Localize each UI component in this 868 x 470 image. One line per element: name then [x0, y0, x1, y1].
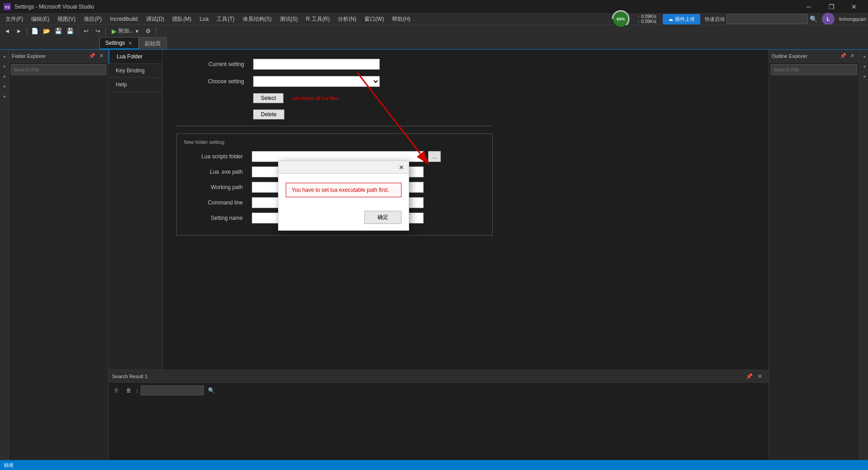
outline-pin-button[interactable]: 📌: [839, 52, 847, 60]
bottom-search-btn[interactable]: 🔍: [207, 385, 217, 395]
toolbar-sep-4: [156, 27, 156, 35]
choose-setting-label: Choose setting: [176, 78, 249, 85]
play-icon: ▶: [112, 28, 117, 35]
current-setting-input[interactable]: [253, 59, 380, 70]
toolbar-redo-btn[interactable]: ↪: [92, 26, 103, 36]
run-dropdown-icon: ▾: [136, 28, 138, 34]
outline-explorer-panel: Outline Explorer 📌 ✕: [769, 50, 859, 460]
menu-tools[interactable]: 工具(T): [213, 14, 238, 24]
choose-setting-select[interactable]: [253, 76, 380, 87]
status-bar: 就绪: [0, 460, 868, 470]
tab-settings-close[interactable]: ✕: [127, 40, 133, 46]
select-note: will reload all lua files: [292, 95, 338, 101]
menu-rtools[interactable]: R 工具(R): [302, 14, 334, 24]
right-vert-tab-1[interactable]: ◂: [859, 52, 868, 61]
bottom-panel-controls: 📌 ✕: [744, 371, 765, 381]
toolbar-sep-1: [27, 27, 27, 35]
nav-key-binding[interactable]: Key Binding: [108, 64, 162, 78]
modal-title-bar: ✕: [278, 161, 409, 174]
toolbar-undo-btn[interactable]: ↩: [80, 26, 91, 36]
window-title: Settings - Microsoft Visual Studio: [14, 4, 94, 10]
menu-file[interactable]: 文件(F): [2, 14, 27, 24]
right-vert-tab-2[interactable]: ◂: [859, 62, 868, 71]
main-content-wrapper: ▸ ▸ ▸ ▸ ▸ Folder Explorer 📌 ✕: [0, 50, 868, 460]
menu-project[interactable]: 项目(P): [80, 14, 105, 24]
vert-tab-4[interactable]: ▸: [0, 81, 9, 90]
quick-launch-input[interactable]: [726, 14, 808, 24]
menu-test[interactable]: 测试(S): [276, 14, 302, 24]
toolbar-new-btn[interactable]: 📄: [29, 26, 40, 36]
toolbar: ◄ ► 📄 📂 💾 💾 ↩ ↪ ▶ 附加... ▾ ⚙: [0, 24, 868, 37]
vert-tab-5[interactable]: ▸: [0, 91, 9, 100]
speed-up-row: ↑ 0.09K/s: [637, 14, 656, 19]
current-setting-row: Current setting: [176, 59, 493, 70]
menu-debug[interactable]: 调试(D): [142, 14, 168, 24]
working-path-label: Working path: [184, 184, 247, 190]
tab-settings[interactable]: Settings ✕: [99, 37, 139, 49]
menu-edit[interactable]: 编辑(E): [28, 14, 53, 24]
speed-widget: ↑ 0.09K/s ↓ 0.09K/s: [636, 13, 658, 25]
search-result-title: Search Result 1: [112, 374, 147, 379]
delete-button[interactable]: Delete: [253, 109, 284, 119]
nav-help[interactable]: Help: [108, 78, 162, 92]
folder-search-input[interactable]: [11, 64, 106, 75]
tab-start-page[interactable]: 起始页: [139, 37, 167, 49]
settings-content: Current setting Choose setting Select: [163, 50, 769, 370]
speed-up-value: 0.09K/s: [641, 14, 656, 19]
upload-icon: ☁: [668, 16, 673, 22]
outline-close-button[interactable]: ✕: [848, 52, 856, 60]
menu-help[interactable]: 帮助(H): [388, 14, 414, 24]
menu-analyze[interactable]: 分析(N): [334, 14, 360, 24]
toolbar-forward-btn[interactable]: ►: [14, 26, 24, 36]
speed-down-row: ↓ 0.09K/s: [637, 19, 656, 24]
bottom-separator: |: [137, 388, 138, 393]
toolbar-back-btn[interactable]: ◄: [2, 26, 13, 36]
bottom-tab-bar: Search Result 1 📌 ✕: [108, 370, 769, 383]
left-vertical-tabs: ▸ ▸ ▸ ▸ ▸: [0, 50, 9, 460]
upload-button[interactable]: ☁ 插件上传: [663, 14, 700, 24]
menu-bar: 文件(F) 编辑(E) 视图(V) 项目(P) Incredibuild 调试(…: [0, 14, 868, 24]
menu-window[interactable]: 窗口(W): [361, 14, 387, 24]
outline-explorer-title: Outline Explorer: [772, 53, 807, 59]
browse-button[interactable]: ...: [428, 151, 441, 162]
menu-view[interactable]: 视图(V): [54, 14, 79, 24]
close-panel-button[interactable]: ✕: [97, 52, 105, 60]
toolbar-save-btn[interactable]: 💾: [53, 26, 64, 36]
menu-arch[interactable]: 体系结构(S): [239, 14, 275, 24]
svg-text:VS: VS: [5, 5, 10, 9]
lua-scripts-label: Lua scripts folder: [184, 153, 247, 160]
modal-close-button[interactable]: ✕: [397, 163, 406, 172]
bottom-clear-btn[interactable]: 🗑: [124, 385, 134, 395]
document-tab-bar: Settings ✕ 起始页: [0, 37, 868, 50]
select-button[interactable]: Select: [253, 93, 283, 103]
toolbar-save-all-btn[interactable]: 💾: [65, 26, 75, 36]
nav-lua-folder[interactable]: Lua Folder: [108, 50, 162, 64]
vert-tab-3[interactable]: ▸: [0, 71, 9, 81]
menu-team[interactable]: 团队(M): [169, 14, 195, 24]
right-vert-tab-3[interactable]: ◂: [859, 71, 868, 81]
modal-body: You have to set lua executable path firs…: [278, 174, 409, 211]
bottom-pin-btn[interactable]: 📌: [744, 371, 754, 381]
run-button[interactable]: ▶ 附加... ▾: [108, 26, 142, 36]
bottom-panel: Search Result 1 📌 ✕ ⎘ 🗑 | 🔍: [108, 370, 769, 460]
bottom-copy-btn[interactable]: ⎘: [111, 385, 121, 395]
center-panel: Lua Folder Key Binding Help Current sett…: [108, 50, 769, 460]
toolbar-extra-btn[interactable]: ⚙: [143, 26, 154, 36]
modal-ok-button[interactable]: 确定: [364, 211, 401, 224]
nav-help-label: Help: [116, 81, 127, 88]
quick-launch-label: 快速启动: [705, 16, 725, 23]
pin-button[interactable]: 📌: [88, 52, 96, 60]
menu-incredibuild[interactable]: Incredibuild: [106, 15, 141, 23]
folder-explorer-title-area: Folder Explorer: [12, 53, 46, 59]
menu-lua[interactable]: Lua: [196, 15, 212, 23]
outline-explorer-title-area: Outline Explorer: [772, 53, 807, 59]
bottom-close-btn[interactable]: ✕: [755, 371, 765, 381]
right-area: Outline Explorer 📌 ✕ ◂ ◂ ◂: [769, 50, 868, 460]
outline-search-input[interactable]: [771, 64, 857, 75]
toolbar-open-btn[interactable]: 📂: [41, 26, 52, 36]
vert-tab-2[interactable]: ▸: [0, 62, 9, 71]
right-vertical-tabs: ◂ ◂ ◂: [859, 50, 868, 460]
vert-tab-1[interactable]: ▸: [0, 52, 9, 61]
modal-message: You have to set lua executable path firs…: [286, 183, 401, 197]
bottom-search-input[interactable]: [141, 385, 204, 395]
